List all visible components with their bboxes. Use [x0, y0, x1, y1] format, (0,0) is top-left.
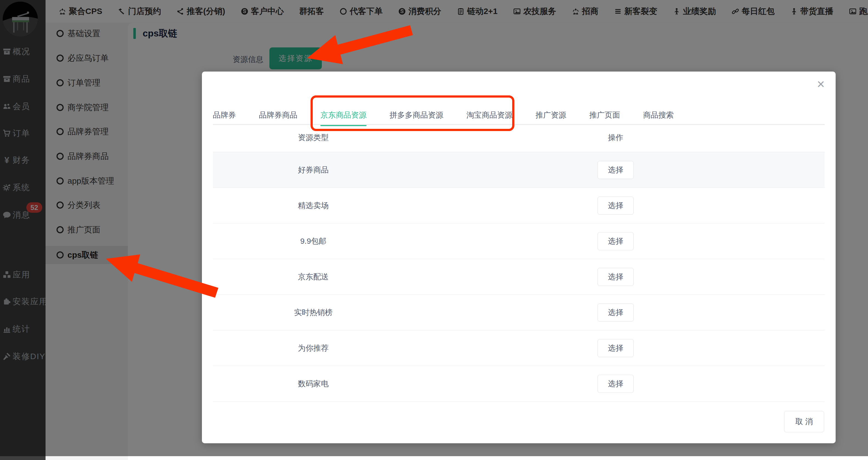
select-button[interactable]: 选择 [597, 232, 634, 250]
table-header: 资源类型 操作 [213, 132, 825, 142]
table-row: 9.9包邮 选择 [213, 223, 825, 259]
close-icon[interactable]: × [817, 77, 825, 91]
resource-table: 好券商品 选择 精选卖场 选择 9.9包邮 选择 京东配送 选择 实时热销榜 选… [213, 152, 825, 402]
table-row: 精选卖场 选择 [213, 188, 825, 223]
cancel-button[interactable]: 取 消 [784, 411, 824, 432]
column-header-resource-type: 资源类型 [298, 132, 329, 143]
resource-tabs: 品牌券品牌券商品京东商品资源拼多多商品资源淘宝商品资源推广资源推广页面商品搜索 [213, 110, 674, 120]
table-row: 数码家电 选择 [213, 366, 825, 402]
resource-type-cell: 数码家电 [298, 379, 329, 389]
resource-type-cell: 京东配送 [298, 272, 329, 282]
tabs-divider [213, 124, 825, 125]
resource-type-cell: 精选卖场 [298, 200, 329, 211]
resource-type-cell: 9.9包邮 [301, 236, 327, 247]
table-row: 实时热销榜 选择 [213, 295, 825, 330]
select-button[interactable]: 选择 [597, 161, 634, 179]
resource-type-cell: 为你推荐 [298, 343, 329, 353]
resource-type-cell: 实时热销榜 [294, 307, 333, 318]
select-button[interactable]: 选择 [597, 303, 634, 322]
tab-7[interactable]: 推广页面 [589, 110, 620, 120]
table-row: 为你推荐 选择 [213, 330, 825, 366]
column-header-action: 操作 [608, 132, 623, 143]
tab-2[interactable]: 品牌券商品 [259, 110, 298, 120]
table-row: 好券商品 选择 [213, 152, 825, 188]
select-button[interactable]: 选择 [597, 197, 634, 215]
tab-8[interactable]: 商品搜索 [643, 110, 674, 120]
select-button[interactable]: 选择 [597, 339, 634, 357]
tab-5[interactable]: 淘宝商品资源 [466, 110, 513, 120]
resource-type-cell: 好券商品 [298, 165, 329, 175]
tab-6[interactable]: 推广资源 [535, 110, 566, 120]
tab-4[interactable]: 拼多多商品资源 [390, 110, 443, 120]
tab-3[interactable]: 京东商品资源 [320, 110, 367, 120]
resource-picker-modal: × 品牌券品牌券商品京东商品资源拼多多商品资源淘宝商品资源推广资源推广页面商品搜… [202, 71, 836, 443]
select-button[interactable]: 选择 [597, 375, 634, 393]
table-row: 京东配送 选择 [213, 259, 825, 295]
app-window: 概况 商品 会员 订单 财务 系统 消息 应用 安装应用 统计 装修DIY 52… [0, 0, 868, 460]
select-button[interactable]: 选择 [597, 268, 634, 286]
tab-1[interactable]: 品牌券 [213, 110, 236, 120]
